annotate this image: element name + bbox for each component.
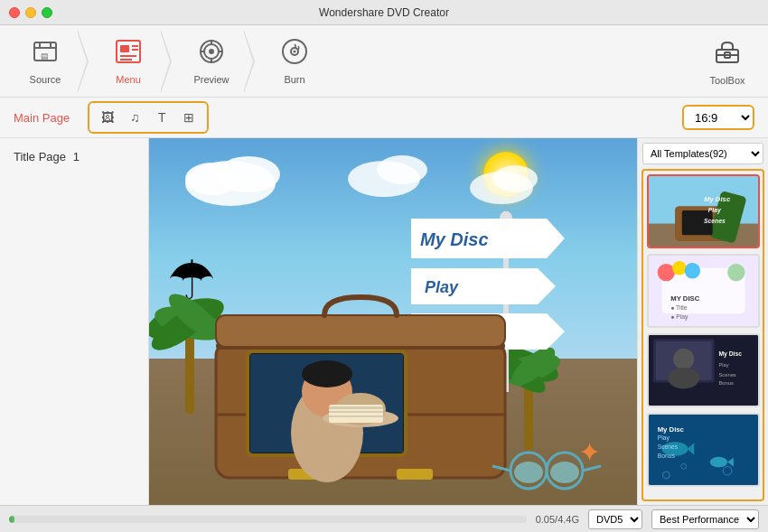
progress-text: 0.05/4.4G	[536, 514, 579, 525]
toolbox-label: ToolBox	[709, 75, 745, 86]
svg-rect-73	[329, 415, 383, 417]
disc-type-select[interactable]: DVD5 DVD9	[588, 509, 642, 529]
svg-point-94	[673, 349, 694, 369]
source-icon: ▤	[31, 37, 60, 70]
ground-items: ✦	[483, 425, 619, 498]
template-thumb-3-inner: My Disc Play Scenes Bonus	[649, 335, 758, 406]
title-bar: Wondershare DVD Creator	[0, 0, 768, 25]
template-thumb-2-inner: MY DISC ● Title ● Play	[649, 256, 758, 326]
svg-text:My Disc: My Disc	[704, 195, 731, 203]
menu-icon	[114, 37, 143, 70]
toolbox-button[interactable]: ToolBox	[696, 37, 759, 86]
add-chapter-button[interactable]: ⊞	[176, 106, 201, 129]
svg-point-30	[492, 165, 538, 192]
progress-bar-fill	[9, 516, 14, 523]
toolbar-nav: ▤ Source Menu	[9, 30, 696, 93]
svg-text:Play: Play	[708, 207, 722, 214]
hat-book	[320, 369, 401, 432]
main-page-label: Main Page	[14, 111, 70, 125]
template-thumb-1[interactable]: My Disc Play Scenes	[647, 174, 760, 248]
svg-text:● Play: ● Play	[670, 313, 688, 321]
svg-rect-6	[120, 45, 129, 52]
svg-point-86	[685, 263, 700, 278]
svg-text:My Disc: My Disc	[658, 425, 685, 434]
toolbar-item-menu[interactable]: Menu	[92, 30, 164, 93]
templates-header: All Templates(92)	[638, 138, 768, 169]
title-page-item[interactable]: Title Page 1	[9, 147, 139, 166]
title-page-number: 1	[73, 150, 80, 163]
svg-text:My Disc: My Disc	[420, 229, 489, 249]
title-page-label: Title Page	[14, 150, 66, 163]
svg-rect-72	[329, 411, 383, 413]
svg-text:My Disc: My Disc	[718, 351, 742, 359]
svg-text:Bonus: Bonus	[718, 380, 734, 386]
preview-icon	[197, 37, 226, 70]
svg-point-106	[710, 457, 727, 468]
svg-text:Bonus: Bonus	[658, 453, 676, 459]
template-filter-select[interactable]: All Templates(92)	[642, 143, 763, 164]
minimize-button[interactable]	[25, 7, 36, 18]
svg-text:Scenes: Scenes	[718, 372, 735, 378]
main-toolbar: ▤ Source Menu	[0, 25, 768, 98]
template-thumb-1-inner: My Disc Play Scenes	[649, 176, 758, 247]
aspect-ratio-select[interactable]: 16:9 4:3	[682, 105, 754, 130]
svg-text:✦: ✦	[578, 437, 601, 467]
burn-icon	[280, 37, 309, 70]
svg-text:Scenes: Scenes	[658, 443, 679, 450]
status-bar: 0.05/4.4G DVD5 DVD9 Best Performance Hig…	[0, 505, 768, 532]
preview-label: Preview	[193, 74, 229, 85]
svg-text:▤: ▤	[41, 51, 49, 61]
performance-select[interactable]: Best Performance High Quality Standard	[651, 509, 759, 529]
sub-toolbar: Main Page 🖼 ♫ T ⊞ 16:9 4:3	[0, 98, 768, 138]
template-thumb-2[interactable]: MY DISC ● Title ● Play	[647, 254, 760, 328]
menu-label: Menu	[116, 74, 141, 85]
svg-text:● Title: ● Title	[670, 304, 688, 311]
media-buttons-group: 🖼 ♫ T ⊞	[88, 101, 209, 134]
svg-point-66	[550, 462, 579, 483]
svg-rect-71	[329, 406, 383, 409]
main-content: Title Page 1 ☂	[0, 138, 768, 505]
svg-text:MY DISC: MY DISC	[670, 294, 700, 303]
svg-text:Scenes: Scenes	[704, 218, 726, 224]
svg-point-65	[514, 462, 543, 483]
svg-rect-51	[216, 315, 505, 347]
template-thumb-4-inner: My Disc Play Scenes Bonus	[649, 415, 758, 485]
template-thumb-4[interactable]: My Disc Play Scenes Bonus	[647, 413, 760, 487]
svg-point-28	[377, 155, 427, 184]
clouds-decoration	[149, 147, 637, 219]
app-title: Wondershare DVD Creator	[319, 6, 449, 19]
add-text-button[interactable]: T	[149, 106, 174, 129]
window-controls	[9, 7, 52, 18]
progress-bar-container	[9, 516, 527, 523]
preview-content: ☂	[149, 138, 637, 505]
svg-line-62	[492, 466, 510, 471]
close-button[interactable]	[9, 7, 20, 18]
toolbar-item-burn[interactable]: Burn	[258, 30, 331, 93]
template-thumbnails-list: My Disc Play Scenes	[642, 169, 764, 501]
templates-panel: All Templates(92) My Disc Play	[637, 138, 768, 505]
toolbox-icon	[713, 37, 742, 71]
burn-label: Burn	[284, 74, 304, 85]
svg-text:Play: Play	[718, 362, 728, 368]
toolbar-item-source[interactable]: ▤ Source	[9, 30, 81, 93]
source-label: Source	[30, 74, 61, 85]
toolbar-item-preview[interactable]: Preview	[175, 30, 248, 93]
svg-text:Play: Play	[658, 434, 670, 442]
svg-point-26	[185, 163, 239, 195]
svg-point-84	[658, 264, 675, 281]
add-image-button[interactable]: 🖼	[95, 106, 120, 129]
preview-area: ☂	[149, 138, 637, 505]
svg-rect-53	[397, 469, 433, 480]
svg-point-13	[209, 49, 214, 54]
template-thumb-3[interactable]: My Disc Play Scenes Bonus	[647, 333, 760, 407]
maximize-button[interactable]	[42, 7, 52, 18]
left-panel: Title Page 1	[0, 138, 149, 505]
svg-point-87	[727, 264, 745, 281]
svg-point-95	[668, 368, 699, 388]
add-music-button[interactable]: ♫	[122, 106, 147, 129]
svg-point-85	[672, 261, 686, 275]
svg-point-20	[294, 51, 296, 53]
